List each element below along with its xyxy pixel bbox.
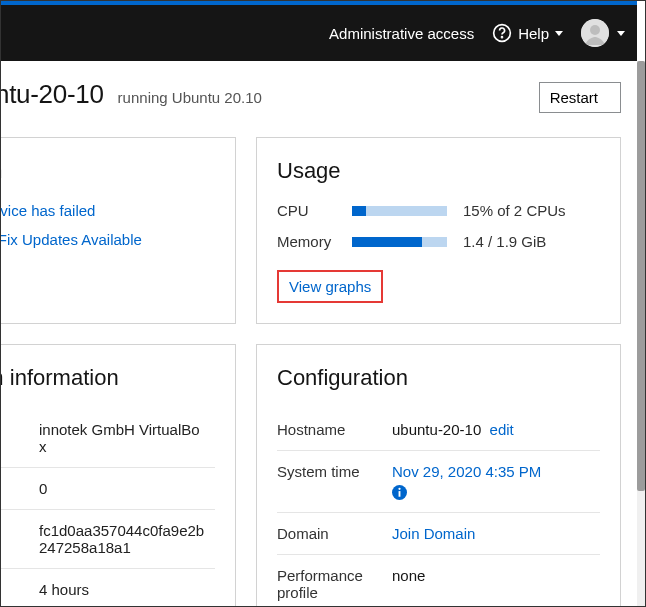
table-row: me 4 hours (1, 569, 215, 607)
page-header: ntu-20-10 running Ubuntu 20.10 Restart (1, 61, 637, 137)
table-row: el innotek GmbH VirtualBox (1, 409, 215, 468)
configuration-table: Hostname ubuntu-20-10 edit System time N… (277, 409, 600, 606)
usage-bar-fill-cpu (352, 206, 366, 216)
usage-label-cpu: CPU (277, 202, 352, 219)
table-row: t tag 0 (1, 468, 215, 510)
config-perf-value: none (392, 554, 600, 606)
usage-value-memory: 1.4 / 1.9 GiB (463, 233, 546, 250)
usage-bar-fill-memory (352, 237, 422, 247)
table-row: hine fc1d0aa357044c0fa9e2b247258a18a1 (1, 510, 215, 569)
health-card: alth 1 service has failed Bug Fix Update… (1, 137, 236, 324)
info-icon[interactable] (392, 485, 407, 500)
scrollbar[interactable] (637, 61, 645, 606)
host-subtitle: running Ubuntu 20.10 (118, 89, 262, 106)
svg-rect-5 (399, 491, 401, 497)
table-row: System time Nov 29, 2020 4:35 PM (277, 451, 600, 513)
sysinfo-label: hine (1, 510, 39, 569)
config-systime-label: System time (277, 451, 392, 513)
join-domain-link[interactable]: Join Domain (392, 525, 475, 542)
sysinfo-value: innotek GmbH VirtualBox (39, 409, 215, 468)
config-hostname-value: ubuntu-20-10 (392, 421, 481, 438)
svg-point-3 (590, 25, 600, 35)
restart-button[interactable]: Restart (539, 82, 621, 113)
sysinfo-value: fc1d0aa357044c0fa9e2b247258a18a1 (39, 510, 215, 569)
table-row: Domain Join Domain (277, 512, 600, 554)
usage-bar-cpu (352, 206, 447, 216)
content-area: ntu-20-10 running Ubuntu 20.10 Restart a… (1, 61, 637, 606)
host-title: ntu-20-10 (1, 79, 104, 110)
health-link-updates[interactable]: Bug Fix Updates Available (1, 231, 215, 248)
caret-down-icon (617, 31, 625, 36)
topbar: Administrative access Help (1, 5, 637, 61)
user-menu[interactable] (581, 19, 625, 47)
caret-down-icon (555, 31, 563, 36)
hostname-edit-link[interactable]: edit (490, 421, 514, 438)
help-icon (492, 23, 512, 43)
help-menu[interactable]: Help (492, 23, 563, 43)
usage-row-memory: Memory 1.4 / 1.9 GiB (277, 233, 600, 250)
sysinfo-value: 4 hours (39, 569, 215, 607)
configuration-title: Configuration (277, 365, 600, 391)
config-hostname-label: Hostname (277, 409, 392, 451)
svg-point-6 (398, 487, 400, 489)
usage-value-cpu: 15% of 2 CPUs (463, 202, 566, 219)
svg-point-1 (502, 37, 503, 38)
usage-row-cpu: CPU 15% of 2 CPUs (277, 202, 600, 219)
table-row: Performance profile none (277, 554, 600, 606)
usage-card: Usage CPU 15% of 2 CPUs Memory 1.4 / 1.9… (256, 137, 621, 324)
view-graphs-highlight: View graphs (277, 270, 383, 303)
avatar (581, 19, 609, 47)
config-domain-label: Domain (277, 512, 392, 554)
configuration-card: Configuration Hostname ubuntu-20-10 edit… (256, 344, 621, 606)
view-graphs-link[interactable]: View graphs (289, 278, 371, 295)
sysinfo-label: t tag (1, 468, 39, 510)
health-link-service-failed[interactable]: 1 service has failed (1, 202, 215, 219)
health-title: alth (1, 158, 215, 184)
usage-label-memory: Memory (277, 233, 352, 250)
help-label: Help (518, 25, 549, 42)
system-info-table: el innotek GmbH VirtualBox t tag 0 hine … (1, 409, 215, 606)
restart-label: Restart (550, 89, 598, 106)
config-perf-label: Performance profile (277, 554, 392, 606)
topbar-accent (1, 1, 637, 5)
scrollbar-thumb[interactable] (637, 61, 645, 491)
system-info-card: tem information el innotek GmbH VirtualB… (1, 344, 236, 606)
usage-title: Usage (277, 158, 600, 184)
system-info-title: tem information (1, 365, 215, 391)
sysinfo-label: el (1, 409, 39, 468)
systime-link[interactable]: Nov 29, 2020 4:35 PM (392, 463, 541, 480)
admin-access-label[interactable]: Administrative access (329, 25, 474, 42)
sysinfo-label: me (1, 569, 39, 607)
usage-bar-memory (352, 237, 447, 247)
sysinfo-value: 0 (39, 468, 215, 510)
table-row: Hostname ubuntu-20-10 edit (277, 409, 600, 451)
